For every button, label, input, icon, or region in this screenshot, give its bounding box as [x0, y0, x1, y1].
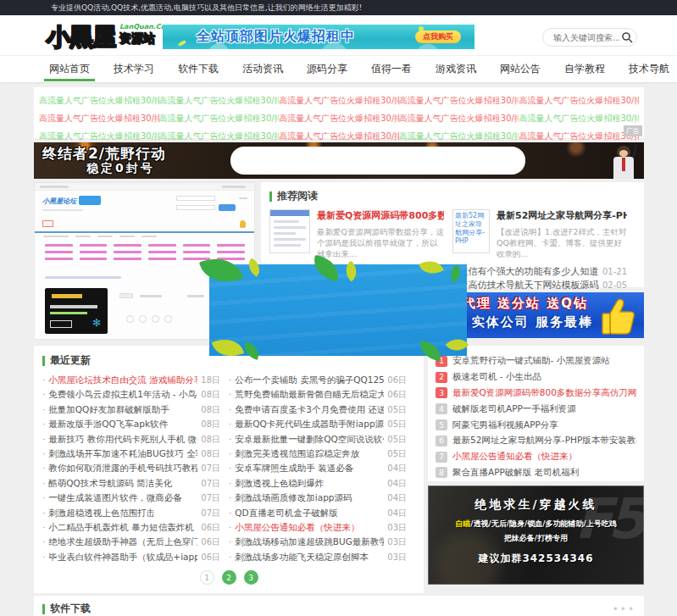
ranking-item[interactable]: 5 阿豪宅男福利视频APP分享	[436, 417, 636, 433]
nav-item-source-share[interactable]: 源码分享	[295, 56, 359, 81]
list-item[interactable]: 批量加QQ好友加群破解版助手08日	[42, 402, 220, 417]
list-item[interactable]: 小黑屋论坛技术自由交流 游戏辅助分享论坛.18日	[42, 373, 220, 387]
ad-link[interactable]: 高流量人气广告位火爆招租30/排	[39, 113, 159, 125]
list-item[interactable]: 刺激战场开车加速不耗油BUG技巧 全军出击刺08日	[42, 447, 220, 461]
list-item[interactable]: 一键生成装逼图片软件，微商必备07日	[42, 491, 220, 505]
article-title[interactable]: 最新52网址之家导航网分享-PHP版	[497, 209, 627, 222]
page-button-1[interactable]: 1	[200, 570, 214, 585]
ad-link[interactable]: 高流量人气广告位火爆招租30/排	[279, 113, 399, 125]
page-button-3[interactable]: 3	[244, 570, 258, 585]
list-item[interactable]: 新高仿技术导航天下网站模板源码 02-05	[452, 279, 627, 292]
list-item[interactable]: 安卓车牌照生成助手 装逼必备04日	[229, 461, 407, 475]
nav-item-software-download[interactable]: 软件下载	[166, 56, 230, 81]
search-input[interactable]	[543, 33, 619, 42]
header-ad-banner[interactable]: 全站顶部图片火爆招租中 点我购买	[163, 25, 474, 49]
banner-text: 全站顶部图片火爆招租中	[197, 28, 355, 46]
rank-badge: 2	[436, 372, 447, 383]
list-item[interactable]: QD直播老司机盒子破解版04日	[229, 506, 407, 520]
list-item[interactable]: 最新技巧 教你用代码卡死别人手机 微信代码08日	[42, 432, 220, 447]
site-notice-bar: 专业提供QQ活动,QQ技术,优惠活动,电脑技巧以及其他日常信息,让我们的网络生活…	[0, 0, 677, 15]
game-ad-features: 自瞄/透视/无后/隐身/锁血/多功能辅助/上号吃鸡	[429, 519, 643, 530]
list-item[interactable]: 刺激战场多功能飞天稳定原创脚本03日	[229, 550, 407, 564]
search-icon[interactable]	[619, 31, 636, 43]
hero-subtitle: 稳定0封号	[86, 161, 155, 176]
header: 小黑屋 LanQuan.Cn 资源站 全站顶部图片火爆招租中 点我购买	[0, 15, 677, 55]
list-item[interactable]: 毕业表白软件神器助手（软成品+iapp源代码06日	[42, 550, 220, 564]
section-accent-bar	[42, 356, 45, 366]
ad-link[interactable]: 高流量人气广告位火爆招租30/排	[279, 130, 399, 142]
list-item[interactable]: 免费申请百度圣卡3个月免费使用 还送爱奇艺05日	[229, 402, 407, 417]
carousel-dot[interactable]	[139, 315, 147, 323]
page-button-2[interactable]: 2	[222, 570, 236, 585]
list-item[interactable]: 刺激战场画质修改加iapp源码04日	[229, 491, 407, 505]
carousel-dot[interactable]	[126, 315, 134, 323]
list-item[interactable]: 荒野免费辅助最新骨骼自瞄无后稳定大号06日	[229, 387, 407, 402]
carousel-dot[interactable]	[164, 315, 172, 323]
rank-badge: 3	[436, 387, 447, 398]
ad-link[interactable]: 高流量人气广告位火爆招租30/排	[519, 130, 639, 142]
ad-link[interactable]: 高流量人气广告位火爆招租30/排	[39, 95, 159, 107]
list-item[interactable]: 公布一个卖辅助 卖黑号的骗子QQ125825992506日	[229, 373, 407, 387]
list-item[interactable]: 最新改版手游QQ飞车apk软件08日	[42, 417, 220, 431]
ranking-item[interactable]: 6 最新52网址之家导航网分享-PHP版本带安装教程-QQ技术	[436, 433, 636, 449]
article-title[interactable]: 最新爱Q资源网源码带800多数据分	[317, 209, 444, 222]
nav-item-activity-news[interactable]: 活动资讯	[230, 56, 295, 81]
nav-item-site-announcement[interactable]: 网站公告	[488, 56, 552, 81]
list-item[interactable]: 刺激透视上色稳到爆炸04日	[229, 476, 407, 491]
floating-overlay-ad[interactable]	[209, 264, 467, 356]
list-item[interactable]: 最新QQ卡死代码生成器助手附iapp源码05日	[229, 417, 407, 431]
ranking-item[interactable]: 2 极速老司机 - 小生出品	[436, 369, 636, 386]
ad-link[interactable]: 高流量人气广告位火爆招租30/排	[159, 95, 280, 107]
nav-item-tech-navigation[interactable]: 技术导航	[617, 56, 677, 81]
nav-item-self-study[interactable]: 自学教程	[552, 56, 617, 81]
ranking-item[interactable]: 4 破解版老司机APP一手福利资源	[436, 401, 636, 417]
ranking-item[interactable]: 8 聚合直播APP破解版 老司机福利	[436, 465, 636, 481]
ad-link[interactable]: 高流量人气广告位火爆招租30/排	[279, 95, 399, 107]
list-item[interactable]: 刺激超稳透视上色范围打击07日	[42, 506, 220, 520]
ad-link[interactable]: 高流量人气广告位火爆招租30/排	[159, 113, 280, 125]
character-figure	[622, 158, 625, 171]
list-item[interactable]: 小二精品手机轰炸机 暴力短信轰炸机06日	[42, 520, 220, 535]
ad-link[interactable]: 高流量人气广告位火爆招租30/排	[519, 95, 639, 107]
nav-item-home[interactable]: 网站首页	[37, 56, 102, 81]
ranking-item[interactable]: 7 小黑屋公告通知必看（快进来）	[436, 449, 636, 465]
list-item[interactable]: 绝地求生超级助手神器（无后上色穿门等等）06日	[42, 535, 220, 549]
ad-link[interactable]: 高流量人气广告位火爆招租30/排	[519, 113, 639, 125]
list-item[interactable]: 微信有个强大的功能有多少人知道了 但是关 01-21	[452, 265, 627, 279]
character-figure	[619, 150, 628, 157]
list-item[interactable]: 免费领小鸟云虚拟主机1年活动 - 小鸟云计算08日	[42, 387, 220, 402]
article-card[interactable]: 最新52网址之家导航网分享-PHP 最新52网址之家导航网分享-PHP版 【改进…	[452, 209, 635, 259]
section-accent-bar	[269, 191, 272, 202]
ad-link[interactable]: 高流量人气广告位火爆招租30/排	[399, 113, 519, 125]
ad-link[interactable]: 高流量人气广告位火爆招租30/排	[159, 130, 280, 142]
mini-link-grid	[45, 244, 245, 260]
list-item[interactable]: 安卓最新批量一键删除QQ空间说说软件05日	[229, 432, 407, 447]
site-logo[interactable]: 小黑屋 LanQuan.Cn 资源站	[47, 21, 165, 53]
list-item[interactable]: 教你如何取消泄露的手机号码技巧教程07日	[42, 461, 220, 475]
article-desc: 最新爱Q资源网源码带数据分享，这个源码是我以前很早就做了，所以就拿出来...	[317, 226, 444, 259]
article-card[interactable]: 最新爱Q资源网源码带800多数据分 最新爱Q资源网源码带数据分享，这个源码是我以…	[269, 209, 452, 259]
buy-now-button[interactable]: 点我购买	[415, 31, 461, 43]
hero-banner-ad[interactable]: 终结者2/荒野行动 稳定0封号	[34, 142, 644, 179]
list-item[interactable]: 酷萌QQ技术导航源码 简洁美化07日	[42, 476, 220, 491]
mini-promo-box: ✻	[45, 288, 108, 334]
ad-link[interactable]: 高流量人气广告位火爆招租30/排	[399, 95, 519, 107]
nav-item-game-news[interactable]: 游戏资讯	[424, 56, 488, 81]
rank-badge: 4	[436, 403, 447, 414]
mini-login-field	[176, 196, 215, 201]
ranking-item[interactable]: 3 最新爱Q资源网源码带800多数据分享高仿刀网模板	[436, 386, 636, 402]
list-item[interactable]: 刺激战场移动加速超级跳BUG最新教学03日	[229, 535, 407, 549]
carousel-dot[interactable]	[152, 315, 159, 323]
article-thumbnail	[269, 209, 310, 253]
nav-item-tech-learning[interactable]: 技术学习	[102, 56, 166, 81]
ad-link[interactable]: 高流量人气广告位火爆招租30/排	[39, 130, 159, 142]
list-item[interactable]: 刺激完美透视范围追踪稳定奔放05日	[229, 447, 407, 461]
mini-site-logo: 小黑屋论坛	[42, 197, 76, 206]
speech-bubble	[230, 147, 525, 175]
list-item[interactable]: 小黑屋公告通知必看（快进来）03日	[229, 520, 407, 535]
nav-item-worth-reading[interactable]: 值得一看	[359, 56, 424, 81]
game-cheat-ad-banner[interactable]: F5 绝地求生/穿越火线 自瞄/透视/无后/隐身/锁血/多功能辅助/上号吃鸡 把…	[428, 486, 644, 585]
more-dots-icon[interactable]: •••	[613, 603, 635, 615]
banner-decoration	[178, 40, 187, 47]
ad-link[interactable]: 高流量人气广告位火爆招租30/排	[399, 130, 519, 142]
